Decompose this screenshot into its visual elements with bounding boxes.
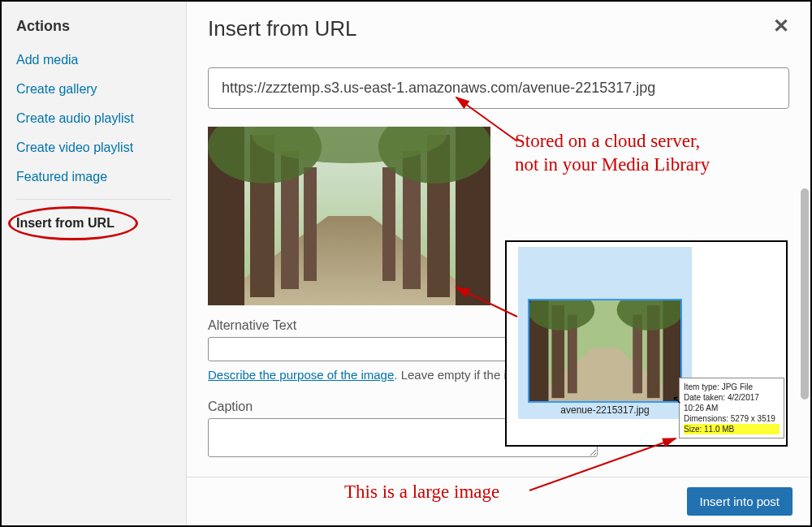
- sidebar-item-create-video-playlist[interactable]: Create video playlist: [16, 140, 171, 155]
- svg-rect-9: [382, 167, 395, 281]
- file-tooltip: Item type: JPG File Date taken: 4/2/2017…: [679, 378, 784, 438]
- popup-thumbnail-tile: avenue-2215317.jpg: [518, 247, 692, 419]
- help-suffix: . Leave empty if the i: [394, 368, 506, 382]
- popup-thumbnail: [528, 299, 682, 403]
- sidebar-item-insert-from-url[interactable]: Insert from URL: [16, 216, 171, 231]
- sidebar-divider: [16, 199, 171, 200]
- sidebar-item-create-gallery[interactable]: Create gallery: [16, 82, 171, 97]
- url-input[interactable]: [208, 67, 789, 109]
- popup-filename: avenue-2215317.jpg: [521, 404, 689, 416]
- sidebar-title: Actions: [16, 18, 171, 35]
- tooltip-size: Size: 11.0 MB: [684, 424, 780, 434]
- describe-purpose-link[interactable]: Describe the purpose of the image: [208, 368, 394, 382]
- sidebar-item-featured-image[interactable]: Featured image: [16, 170, 171, 184]
- sidebar-item-label: Insert from URL: [16, 216, 114, 230]
- insert-into-post-button[interactable]: Insert into post: [687, 487, 793, 516]
- tooltip-date-taken: Date taken: 4/2/2017 10:26 AM: [684, 392, 780, 413]
- tooltip-item-type: Item type: JPG File: [684, 382, 780, 392]
- scrollbar-thumb[interactable]: [801, 188, 809, 400]
- sidebar-item-add-media[interactable]: Add media: [16, 53, 171, 67]
- cursor-icon: ↖: [672, 393, 682, 406]
- tooltip-dimensions: Dimensions: 5279 x 3519: [684, 413, 780, 424]
- svg-rect-5: [304, 167, 317, 281]
- sidebar-item-create-audio-playlist[interactable]: Create audio playlist: [16, 111, 171, 126]
- image-preview: [208, 127, 490, 305]
- media-sidebar: Actions Add media Create gallery Create …: [2, 2, 187, 525]
- modal-footer: Insert into post: [187, 477, 810, 525]
- close-icon[interactable]: ✕: [773, 16, 789, 36]
- file-explorer-popup: avenue-2215317.jpg ↖ Item type: JPG File…: [505, 240, 788, 447]
- page-title: Insert from URL: [208, 16, 357, 41]
